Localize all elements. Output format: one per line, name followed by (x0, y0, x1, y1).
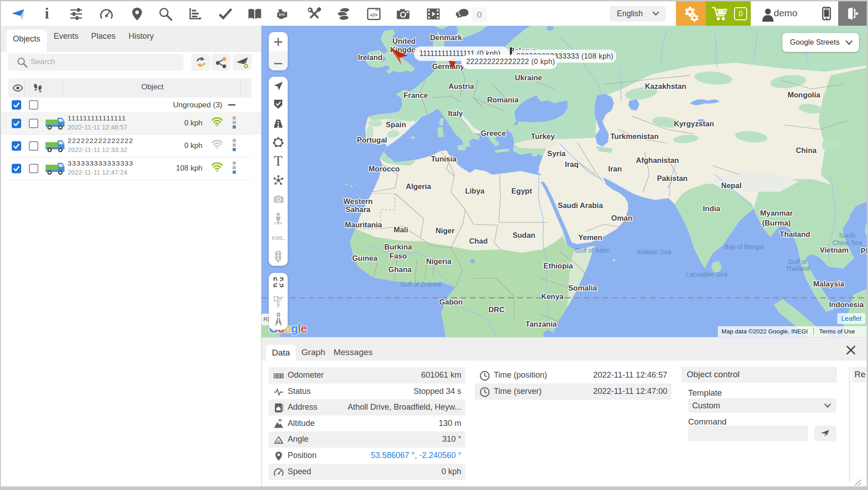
svg-text:Niger: Niger (436, 227, 455, 235)
svg-text:Yemen: Yemen (578, 233, 602, 241)
svg-text:Gulf of Guinea: Gulf of Guinea (400, 281, 441, 288)
svg-text:Chad: Chad (469, 237, 487, 245)
svg-text:Ethiopia: Ethiopia (543, 262, 573, 270)
svg-text:45°: 45° (277, 440, 281, 443)
svg-text:DRC: DRC (488, 305, 505, 314)
svg-text:Nepal: Nepal (721, 181, 742, 190)
svg-text:Gabon: Gabon (439, 298, 463, 306)
svg-text:Malaysia: Malaysia (813, 280, 845, 288)
svg-text:Algeria: Algeria (406, 182, 432, 190)
svg-text:Turkmenistan: Turkmenistan (611, 132, 659, 140)
svg-text:Morocco: Morocco (369, 165, 400, 173)
svg-text:Saudi Arabia: Saudi Arabia (558, 201, 603, 209)
svg-text:Germany: Germany (432, 62, 464, 70)
svg-text:Arabian Sea: Arabian Sea (636, 248, 671, 255)
svg-text:Mali: Mali (394, 226, 408, 234)
svg-text:Guinea: Guinea (352, 254, 378, 262)
svg-text:Syria: Syria (547, 149, 566, 157)
svg-text:Vietnam: Vietnam (820, 246, 849, 254)
svg-text:Afghanistan: Afghanistan (636, 156, 679, 164)
svg-text:Nigeria: Nigeria (426, 257, 452, 265)
svg-text:South: South (839, 232, 856, 239)
svg-text:Kyrgyzstan: Kyrgyzstan (674, 120, 714, 128)
svg-text:Egypt: Egypt (511, 187, 532, 195)
svg-text:DTC: DTC (279, 13, 285, 16)
svg-text:Iraq: Iraq (565, 160, 579, 168)
svg-text:Gulf of Aden: Gulf of Aden (575, 247, 610, 254)
svg-text:Libya: Libya (465, 187, 485, 195)
svg-text:Kazakhstan: Kazakhstan (645, 82, 686, 90)
svg-text:Denmark: Denmark (430, 33, 462, 42)
svg-text:Thailand: Thailand (780, 230, 810, 238)
svg-text:Turkey: Turkey (531, 132, 556, 140)
svg-text:Mongolia: Mongolia (788, 91, 821, 99)
svg-text:Iran: Iran (608, 165, 622, 173)
svg-text:Gulf of: Gulf of (788, 258, 807, 265)
svg-text:Mauritania: Mauritania (345, 221, 382, 229)
svg-text:Indonesia: Indonesia (829, 300, 864, 309)
svg-text:Romania: Romania (487, 96, 519, 104)
svg-text:United: United (392, 37, 415, 45)
svg-text:Bay of Bengal: Bay of Bengal (724, 243, 763, 250)
svg-text:Portugal: Portugal (357, 136, 387, 144)
svg-text:Western: Western (344, 197, 373, 205)
svg-text:Ghana: Ghana (388, 265, 412, 273)
svg-text:Sudan: Sudan (513, 231, 535, 239)
svg-text:Austria: Austria (449, 82, 475, 90)
svg-text:Italy: Italy (448, 109, 463, 117)
svg-text:Pakistan: Pakistan (657, 174, 688, 182)
svg-text:Laccadive Sea: Laccadive Sea (686, 271, 727, 278)
svg-text:Burkina: Burkina (384, 243, 412, 251)
svg-text:France: France (404, 91, 428, 99)
svg-text:Sahara: Sahara (345, 205, 371, 213)
svg-text:Ukraine: Ukraine (515, 74, 542, 82)
svg-text:</>: </> (370, 12, 378, 18)
svg-text:Tanzania: Tanzania (525, 320, 557, 328)
svg-text:Myanmar: Myanmar (760, 209, 793, 217)
svg-text:Kenya: Kenya (541, 292, 564, 300)
svg-text:Oman: Oman (611, 214, 633, 222)
svg-text:Spain: Spain (386, 120, 406, 129)
svg-text:Ireland: Ireland (358, 53, 382, 61)
svg-text:Thailand: Thailand (785, 265, 810, 272)
svg-text:India: India (703, 204, 721, 213)
svg-text:(Burma): (Burma) (762, 219, 790, 227)
svg-text:Somalia: Somalia (568, 284, 597, 292)
svg-text:Tunisia: Tunisia (431, 155, 457, 163)
svg-text:Faso: Faso (390, 252, 407, 260)
svg-text:China Sea: China Sea (832, 239, 862, 246)
svg-text:China: China (796, 146, 817, 154)
svg-text:Greece: Greece (481, 129, 506, 137)
